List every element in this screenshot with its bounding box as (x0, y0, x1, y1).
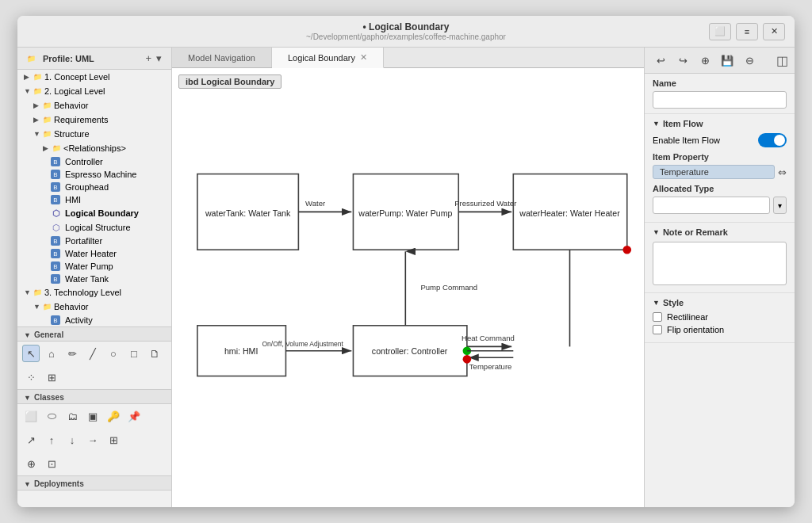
curved-arrow-tool[interactable]: ↗ (22, 431, 40, 449)
window-title: • Logical Boundary (27, 21, 785, 32)
pin-tool[interactable]: 📌 (125, 407, 143, 425)
panel-toggle-button[interactable]: ⬜ (709, 23, 731, 40)
redo-button[interactable]: ↪ (673, 52, 692, 69)
up-arrow-tool[interactable]: ↑ (43, 431, 60, 449)
tab-close-button[interactable]: ✕ (360, 52, 367, 63)
lboundary-icon: ⬡ (51, 208, 62, 219)
flow-label-pump-command: Pump Command (420, 283, 477, 292)
sidebar-item-portafilter[interactable]: B Portafilter (17, 235, 171, 247)
rect-tool[interactable]: □ (125, 345, 143, 362)
sidebar-item-controller[interactable]: B Controller (17, 155, 171, 168)
classes-tools-row1: ⬜ ⬭ 🗂 ▣ 🔑 📌 (17, 404, 171, 428)
note-textarea[interactable] (653, 242, 787, 285)
sidebar-item-water-tank[interactable]: B Water Tank (17, 273, 171, 285)
remove-button[interactable]: ⊖ (740, 52, 759, 69)
sidebar-item-hmi[interactable]: B HMI (17, 193, 171, 206)
sidebar-item-water-pump[interactable]: B Water Pump (17, 260, 171, 273)
sidebar-item-concept[interactable]: ▶ 📁 1. Concept Level (17, 70, 171, 84)
enable-item-flow-toggle[interactable] (758, 133, 787, 147)
table-tool[interactable]: ⊞ (105, 431, 122, 449)
style-section: ▼ Style Rectilinear Flip orientation (645, 293, 795, 343)
expand-arrow: ▼ (33, 303, 41, 311)
allocated-type-label: Allocated Type (653, 184, 787, 193)
folder-icon: 📁 (41, 100, 52, 111)
arrow-down-tool[interactable]: ↓ (63, 431, 81, 449)
add-button[interactable]: + (144, 52, 153, 64)
block-icon: B (51, 195, 60, 204)
save-button[interactable]: 💾 (718, 52, 737, 69)
sidebar-item-label: Water Heater (65, 249, 117, 258)
sidebar-item-requirements[interactable]: ▶ 📁 Requirements (17, 113, 171, 127)
line-tool[interactable]: ╱ (84, 345, 102, 362)
sidebar-item-activity[interactable]: B Activity (17, 314, 171, 326)
menu-button[interactable]: ≡ (736, 23, 758, 40)
merge-tool[interactable]: ⊡ (43, 455, 60, 472)
circle-tool[interactable]: ○ (105, 345, 122, 362)
block-icon: B (51, 157, 60, 166)
key-tool[interactable]: 🔑 (105, 407, 122, 425)
name-input[interactable] (653, 91, 787, 109)
sidebar-item-behavior[interactable]: ▶ 📁 Behavior (17, 98, 171, 113)
sidebar-item-label: Portafilter (65, 236, 102, 246)
sidebar-item-label: Espresso Machine (65, 170, 137, 179)
rectilinear-label: Rectilinear (667, 312, 708, 322)
item-property-chip[interactable]: Temperature (653, 165, 775, 179)
tab-label: Model Navigation (188, 53, 255, 63)
home-tool[interactable]: ⌂ (43, 345, 60, 362)
sidebar-item-structure[interactable]: ▼ 📁 Structure (17, 127, 171, 141)
allocated-type-input[interactable] (653, 197, 770, 214)
tab-model-navigation[interactable]: Model Navigation (172, 48, 272, 67)
sidebar-item-label: Behavior (54, 101, 88, 110)
allocated-type-dropdown[interactable]: ▾ (773, 197, 787, 214)
note-title: ▼ Note or Remark (653, 227, 787, 237)
sidebar-item-tech-behavior[interactable]: ▼ 📁 Behavior (17, 300, 171, 314)
page-tool[interactable]: 🗋 (146, 345, 163, 362)
sidebar-item-espresso[interactable]: B Espresso Machine (17, 168, 171, 181)
water-heater-label: waterHeater: Water Heater (519, 208, 620, 218)
title-bar: • Logical Boundary ~/Development/gaphor/… (17, 16, 795, 48)
tab-logical-boundary[interactable]: Logical Boundary ✕ (272, 48, 384, 68)
enable-item-flow-label: Enable Item Flow (653, 136, 720, 145)
dropdown-arrow-button[interactable]: ▾ (155, 52, 163, 64)
close-button[interactable]: ✕ (763, 23, 785, 40)
collapse-arrow: ▼ (24, 480, 31, 488)
sidebar-item-water-heater[interactable]: B Water Heater (17, 247, 171, 260)
expand-arrow: ▼ (24, 87, 32, 95)
name-section: Name (645, 74, 795, 114)
add-item-button[interactable]: ⊕ (695, 52, 714, 69)
pencil-tool[interactable]: ✏ (63, 345, 81, 362)
folder-tool[interactable]: 🗂 (63, 407, 81, 425)
sidebar-item-logical-structure[interactable]: ⬡ Logical Structure (17, 220, 171, 235)
class-tool[interactable]: ⬜ (22, 407, 40, 425)
diagram-area[interactable]: ibd Logical Boundary waterTank: Water Ta… (172, 68, 644, 507)
arrow-right-tool[interactable]: → (84, 431, 102, 449)
allocated-type-row: ▾ (653, 197, 787, 214)
item-flow-label: Item Flow (663, 119, 703, 128)
copy-tool[interactable]: ⊕ (22, 455, 40, 472)
item-property-arrows-icon[interactable]: ⇔ (778, 166, 787, 178)
sidebar-item-label: 2. Logical Level (44, 86, 105, 96)
cursor-tool[interactable]: ↖ (22, 345, 40, 362)
ellipse-tool[interactable]: ⬭ (43, 407, 60, 425)
window-controls: ⬜ ≡ ✕ (709, 23, 785, 40)
rectilinear-checkbox[interactable] (653, 312, 662, 322)
sidebar-item-logical-boundary[interactable]: ⬡ Logical Boundary (17, 206, 171, 220)
sidebar-item-grouphead[interactable]: B Grouphead (17, 181, 171, 193)
folder-icon: 📁 (41, 114, 52, 125)
grid-tool[interactable]: ⊞ (43, 368, 60, 386)
undo-button[interactable]: ↩ (651, 52, 670, 69)
points-tool[interactable]: ⁘ (22, 368, 40, 386)
sidebar-item-technology[interactable]: ▼ 📁 3. Technology Level (17, 285, 171, 300)
box-tool[interactable]: ▣ (84, 407, 102, 425)
flip-orientation-checkbox[interactable] (653, 325, 662, 334)
properties-icon: ◫ (776, 53, 788, 68)
controller-label: controller: Controller (372, 346, 448, 356)
sidebar-item-relationships[interactable]: ▶ 📁 <Relationships> (17, 141, 171, 155)
sidebar: 📁 Profile: UML + ▾ ▶ 📁 1. Concept Level … (17, 48, 172, 507)
sidebar-item-label: Activity (65, 315, 93, 325)
folder-icon: 📁 (51, 143, 62, 154)
lboundary-icon: ⬡ (51, 222, 62, 233)
sidebar-item-logical[interactable]: ▼ 📁 2. Logical Level (17, 84, 171, 98)
section-title: Deployments (34, 479, 84, 488)
expand-arrow: ▶ (24, 73, 32, 81)
